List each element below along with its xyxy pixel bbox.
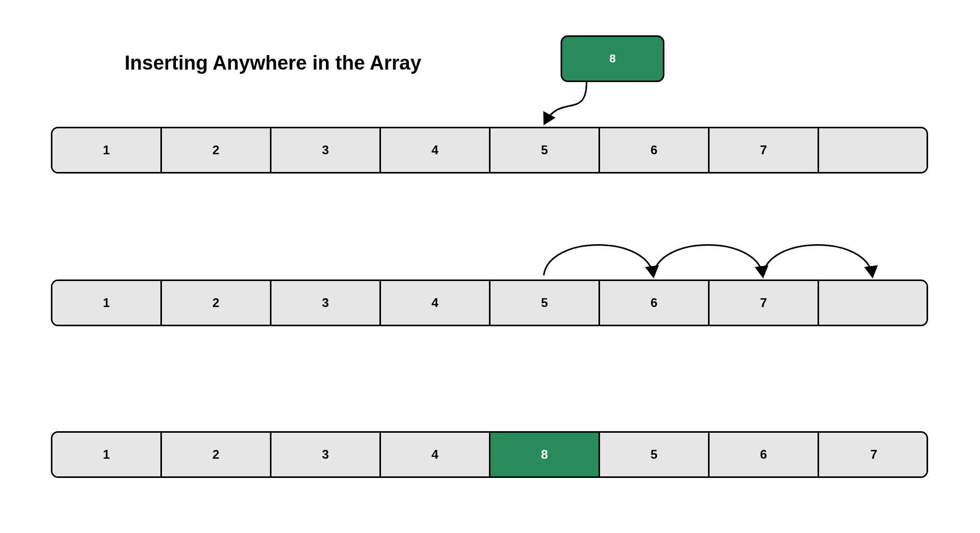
array-cell: 1 — [52, 128, 162, 172]
array-cell: 3 — [271, 128, 381, 172]
array-cell: 8 — [491, 433, 600, 476]
array-row-result: 12348567 — [51, 431, 928, 478]
array-cell: 7 — [819, 433, 928, 476]
array-cell: 3 — [271, 281, 381, 325]
array-cell: 2 — [162, 281, 271, 325]
array-cell: 5 — [600, 433, 710, 476]
array-cell: 2 — [162, 433, 271, 476]
array-cell: 6 — [710, 433, 819, 476]
array-row-shifting: 1234567 — [51, 279, 928, 326]
diagram-title: Inserting Anywhere in the Array — [125, 52, 421, 74]
shift-arc — [544, 245, 654, 276]
array-cell: 7 — [710, 281, 819, 325]
array-cell: 4 — [381, 128, 491, 172]
shift-arc — [763, 245, 873, 276]
array-row-initial: 1234567 — [51, 127, 928, 174]
array-cell: 5 — [491, 128, 600, 172]
insert-arrow — [545, 82, 587, 123]
array-cell: 5 — [491, 281, 600, 325]
array-cell — [819, 128, 928, 172]
insert-value-label: 8 — [609, 52, 616, 65]
array-cell: 6 — [600, 128, 710, 172]
array-cell: 4 — [381, 281, 491, 325]
array-cell: 7 — [710, 128, 819, 172]
array-cell: 2 — [162, 128, 271, 172]
shift-arc — [654, 245, 763, 276]
array-cell: 4 — [381, 433, 491, 476]
array-cell: 6 — [600, 281, 710, 325]
array-cell — [819, 281, 928, 325]
insert-value-box: 8 — [561, 35, 664, 82]
array-cell: 3 — [271, 433, 381, 476]
array-cell: 1 — [52, 433, 162, 476]
array-cell: 1 — [52, 281, 162, 325]
